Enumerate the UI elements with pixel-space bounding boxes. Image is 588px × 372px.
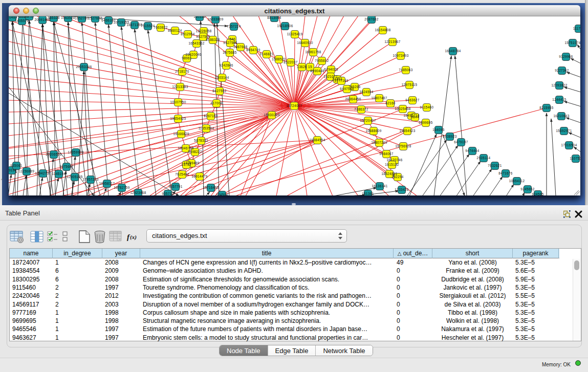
svg-text:12213383: 12213383 — [172, 85, 188, 89]
svg-text:15692971: 15692971 — [556, 129, 572, 133]
svg-text:1244415: 1244415 — [552, 98, 566, 101]
svg-text:20364456: 20364456 — [345, 97, 361, 101]
svg-text:16648784: 16648784 — [445, 49, 461, 53]
svg-text:2087682: 2087682 — [364, 17, 378, 21]
svg-text:8660124: 8660124 — [168, 29, 182, 32]
svg-text:8454749: 8454749 — [246, 48, 260, 52]
svg-text:935061: 935061 — [10, 164, 23, 167]
svg-text:13226058: 13226058 — [195, 29, 211, 33]
svg-text:16543362: 16543362 — [188, 41, 204, 45]
svg-text:8267150: 8267150 — [204, 114, 217, 118]
svg-text:10046758: 10046758 — [178, 146, 193, 150]
svg-text:13626: 13626 — [297, 65, 307, 69]
svg-text:9327508: 9327508 — [223, 41, 237, 45]
svg-text:15751074: 15751074 — [564, 41, 580, 45]
svg-text:9227342: 9227342 — [555, 69, 569, 72]
svg-text:5878332: 5878332 — [194, 139, 208, 142]
svg-text:8813054: 8813054 — [267, 16, 281, 19]
svg-text:1615132: 1615132 — [385, 163, 399, 166]
svg-text:(x): (x) — [130, 234, 137, 240]
svg-text:19654923: 19654923 — [399, 129, 415, 133]
svg-text:8471676: 8471676 — [498, 171, 512, 175]
svg-text:16914479: 16914479 — [191, 174, 207, 178]
svg-text:164095: 164095 — [432, 128, 445, 132]
svg-text:6899695: 6899695 — [419, 121, 432, 124]
svg-text:9146821: 9146821 — [259, 52, 273, 56]
svg-text:7515524: 7515524 — [141, 24, 155, 28]
svg-text:16782759: 16782759 — [114, 186, 129, 189]
svg-text:9474444: 9474444 — [465, 149, 479, 152]
svg-text:16136141: 16136141 — [372, 184, 387, 188]
svg-text:19166829: 19166829 — [173, 132, 189, 136]
svg-text:1652760: 1652760 — [75, 16, 89, 20]
svg-text:15716485: 15716485 — [203, 186, 219, 189]
svg-text:12905135: 12905135 — [67, 175, 82, 179]
svg-text:110753: 110753 — [570, 157, 580, 160]
svg-text:17016504: 17016504 — [561, 143, 577, 147]
svg-text:18807249: 18807249 — [371, 141, 387, 144]
svg-text:16671355: 16671355 — [126, 23, 142, 27]
svg-text:8427552: 8427552 — [212, 89, 226, 93]
svg-text:161361: 161361 — [362, 192, 374, 195]
svg-text:1527602: 1527602 — [88, 16, 102, 20]
svg-text:746266: 746266 — [349, 85, 361, 89]
svg-text:3675685: 3675685 — [223, 51, 236, 54]
svg-text:9084067: 9084067 — [379, 152, 393, 156]
svg-text:9777169: 9777169 — [334, 79, 348, 82]
svg-text:15720407: 15720407 — [360, 119, 376, 122]
svg-text:20053346: 20053346 — [76, 65, 92, 69]
svg-text:17359928: 17359928 — [68, 150, 83, 154]
svg-text:12923468: 12923468 — [130, 191, 146, 194]
svg-text:10654112: 10654112 — [509, 179, 525, 183]
svg-text:12942737: 12942737 — [35, 171, 51, 175]
svg-text:96715: 96715 — [24, 16, 34, 18]
svg-text:7625402: 7625402 — [175, 172, 189, 176]
svg-text:10688609: 10688609 — [365, 129, 381, 133]
svg-text:16961758: 16961758 — [305, 50, 321, 54]
svg-text:16210643: 16210643 — [553, 114, 569, 118]
svg-text:111733: 111733 — [573, 27, 580, 30]
svg-text:10807487: 10807487 — [371, 96, 387, 100]
svg-text:9129966: 9129966 — [559, 55, 573, 58]
svg-text:23420046: 23420046 — [185, 53, 201, 56]
svg-text:9844: 9844 — [411, 115, 419, 119]
svg-text:19756928: 19756928 — [395, 144, 411, 148]
svg-text:17957223: 17957223 — [82, 178, 98, 181]
svg-text:7955812: 7955812 — [315, 59, 329, 62]
svg-text:1733426: 1733426 — [395, 188, 408, 191]
svg-text:20206536: 20206536 — [46, 152, 61, 156]
svg-text:1405572: 1405572 — [15, 19, 29, 23]
svg-text:12975115: 12975115 — [402, 83, 418, 86]
svg-text:9245652: 9245652 — [520, 187, 534, 191]
svg-text:39194: 39194 — [9, 168, 17, 172]
svg-text:9975667: 9975667 — [59, 165, 73, 168]
svg-text:417004: 417004 — [210, 101, 223, 105]
svg-text:160338: 160338 — [193, 16, 206, 18]
svg-text:8322037: 8322037 — [284, 60, 297, 64]
svg-text:546: 546 — [229, 37, 235, 41]
svg-text:10958117: 10958117 — [99, 182, 115, 185]
svg-text:1145194: 1145194 — [52, 172, 66, 176]
svg-text:16033809: 16033809 — [207, 17, 223, 21]
svg-text:19218506: 19218506 — [277, 24, 293, 28]
svg-text:905713: 905713 — [162, 192, 174, 195]
svg-text:18930203: 18930203 — [264, 113, 279, 117]
svg-text:98961: 98961 — [182, 56, 192, 60]
svg-text:11156889: 11156889 — [19, 169, 34, 173]
svg-text:2803144: 2803144 — [215, 76, 229, 79]
svg-text:7386372: 7386372 — [354, 107, 368, 111]
svg-text:19654925: 19654925 — [170, 117, 186, 120]
svg-text:9857791: 9857791 — [168, 185, 182, 188]
svg-text:15: 15 — [308, 65, 312, 69]
svg-text:7632621: 7632621 — [488, 164, 502, 167]
svg-text:3824554: 3824554 — [359, 90, 373, 94]
svg-text:2867608: 2867608 — [233, 45, 247, 49]
svg-text:7663822: 7663822 — [154, 26, 167, 29]
svg-text:16120746: 16120746 — [386, 158, 402, 162]
svg-text:19384554: 19384554 — [309, 138, 325, 142]
svg-text:11353594: 11353594 — [199, 126, 214, 130]
svg-text:2718176: 2718176 — [175, 70, 189, 73]
svg-text:9242846: 9242846 — [219, 63, 233, 67]
svg-text:7357224: 7357224 — [227, 25, 241, 28]
svg-text:252254: 252254 — [391, 175, 404, 179]
